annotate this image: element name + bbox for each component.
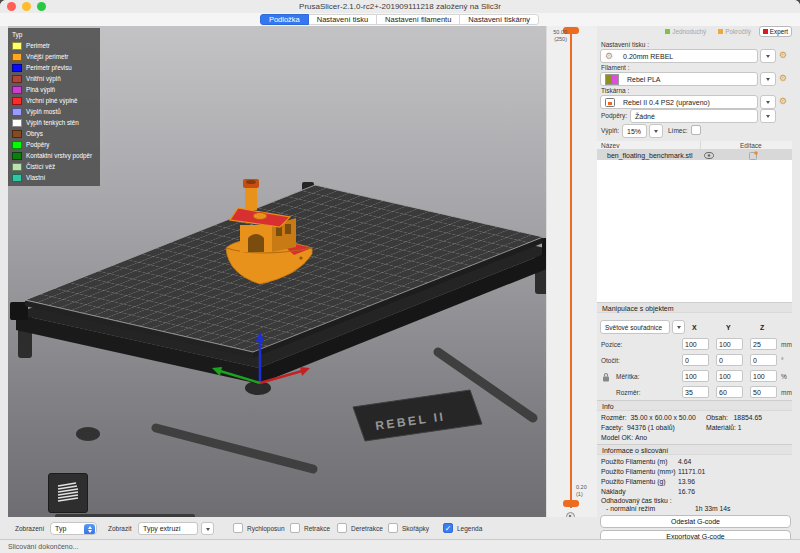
3d-viewport[interactable]: REBEL II [8, 26, 546, 517]
info-manifold: Model OK: Ano [601, 434, 647, 441]
tab-printer-settings[interactable]: Nastavení tiskárny [459, 14, 539, 25]
filament-gear-icon[interactable]: ⚙ [779, 74, 787, 83]
mode-selector: Jednoduchý Pokročilý Expert [636, 26, 792, 37]
sliced-info-section-header: Informace o slicování [597, 444, 792, 455]
preview-3d-toggle-button[interactable] [48, 473, 88, 513]
rotate-y-input[interactable] [716, 354, 743, 366]
brim-checkbox[interactable] [691, 125, 701, 135]
legend-item: Podpěry [8, 139, 100, 150]
legend-swatch [12, 174, 22, 182]
position-x-input[interactable] [682, 338, 709, 350]
tab-print-settings[interactable]: Nastavení tisku [308, 14, 377, 25]
scale-z-input[interactable] [750, 370, 777, 382]
bottom-toolbar: Zobrazení Typ Zobrazit Typy extruzí Rych… [0, 517, 596, 539]
mode-advanced-icon [718, 29, 723, 34]
tab-plater[interactable]: Podložka [260, 14, 309, 25]
size-z-input[interactable] [750, 386, 777, 398]
layer-slider-strip: 50.00 (250) 0.20 (1) [546, 26, 597, 517]
size-x-input[interactable] [682, 386, 709, 398]
coordinate-system-combo[interactable]: Světové souřadnice [600, 320, 670, 334]
x-axis-arrow [300, 367, 310, 376]
mode-simple-button[interactable]: Jednoduchý [661, 26, 710, 37]
retractions-checkbox-label: Retrakce [304, 525, 330, 532]
infill-combo[interactable]: 15% [622, 124, 647, 138]
printer-name-plate: REBEL II [353, 390, 482, 441]
position-y-input[interactable] [716, 338, 743, 350]
app-window: PrusaSlicer-2.1.0-rc2+-201909111218 zalo… [0, 0, 800, 553]
status-bar: Slicování dokončeno... [0, 539, 800, 553]
shells-checkbox[interactable] [388, 523, 398, 533]
print-settings-dropdown-button[interactable] [760, 49, 776, 63]
mode-expert-button[interactable]: Expert [759, 26, 792, 37]
legend-swatch [12, 130, 22, 138]
rotate-x-input[interactable] [682, 354, 709, 366]
shells-checkbox-label: Skořápky [402, 525, 429, 532]
info-volume: Obsah: 18854.65 [706, 414, 762, 421]
tab-filament-settings[interactable]: Nastavení filamentu [376, 14, 460, 25]
scale-label: Měřítka: [616, 373, 639, 380]
legend-item: Perimetr [8, 40, 100, 51]
legend-item: Plná výplň [8, 84, 100, 95]
axis-header-z: Z [760, 324, 764, 331]
scale-y-input[interactable] [716, 370, 743, 382]
supports-combo[interactable]: Žádné [630, 109, 758, 123]
eye-icon[interactable] [704, 152, 714, 159]
printer-label: Tiskárna : [601, 87, 629, 94]
uniform-scale-lock-icon[interactable] [602, 372, 610, 382]
edit-object-icon[interactable] [749, 151, 758, 160]
filament-combo[interactable]: Rebel PLA [600, 72, 758, 86]
info-size: Rozměr: 35.00 x 60.00 x 50.00 [601, 414, 696, 421]
sliced-time-value: 1h 33m 14s [695, 505, 731, 512]
print-settings-gear-icon[interactable]: ⚙ [779, 51, 787, 60]
position-z-input[interactable] [750, 338, 777, 350]
position-label: Pozice: [601, 341, 622, 348]
scale-x-input[interactable] [682, 370, 709, 382]
layer-slider-top-label: 50.00 (250) [553, 29, 567, 43]
legend-item: Výplň mostů [8, 106, 100, 117]
travel-checkbox[interactable] [233, 523, 243, 533]
printer-gear-icon[interactable]: ⚙ [779, 97, 787, 106]
view-combo-stepper[interactable] [84, 524, 95, 535]
infill-dropdown-button[interactable] [649, 124, 663, 138]
legend-swatch [12, 53, 22, 61]
infill-label: Výplň: [601, 127, 619, 134]
rotate-z-input[interactable] [750, 354, 777, 366]
legend-checkbox[interactable] [443, 523, 453, 533]
info-materials: Materiálů: 1 [706, 424, 742, 431]
object-name: ben_floating_benchmark.stl [607, 152, 693, 159]
object-list-row[interactable]: ben_floating_benchmark.stl [597, 150, 792, 160]
object-list-name-header: Název [601, 142, 619, 149]
sliced-filament-mm3: Použito Filamentu (mm³) [601, 468, 675, 475]
legend-swatch [12, 64, 22, 72]
deretractions-checkbox[interactable] [337, 523, 347, 533]
layer-slider-bottom-handle[interactable] [563, 500, 579, 507]
legend-swatch [12, 163, 22, 171]
manipulation-section-header: Manipulace s objektem [597, 302, 792, 313]
size-y-input[interactable] [716, 386, 743, 398]
view-combo[interactable]: Typ [50, 522, 97, 535]
sliced-time-label: Odhadovaný čas tisku : [601, 497, 672, 504]
legend-swatch [12, 141, 22, 149]
info-section-header: Info [597, 400, 792, 411]
show-combo[interactable]: Typy extruzí [138, 522, 198, 535]
travel-checkbox-label: Rychloposun [247, 525, 285, 532]
mode-advanced-button[interactable]: Pokročilý [714, 26, 755, 37]
print-settings-combo[interactable]: ⚙ 0.20mm REBEL [600, 49, 758, 63]
printer-combo[interactable]: Rebel II 0.4 PS2 (upraveno) [600, 95, 758, 109]
object-list[interactable]: ben_floating_benchmark.stl [597, 150, 792, 302]
legend-item: Výplň tenkých stěn [8, 117, 100, 128]
legend-swatch [12, 86, 22, 94]
printer-dropdown-button[interactable] [760, 95, 776, 109]
retractions-checkbox[interactable] [290, 523, 300, 533]
layer-slider-track[interactable] [570, 30, 572, 508]
legend-item: Perimetr převisu [8, 62, 100, 73]
send-gcode-button[interactable]: Odeslat G-code [600, 515, 791, 528]
print-profile-icon: ⚙ [605, 52, 613, 61]
legend-item: Vrchní plné výplně [8, 95, 100, 106]
show-label: Zobrazit [108, 525, 131, 532]
filament-dropdown-button[interactable] [760, 72, 776, 86]
sliced-cost: Náklady [601, 488, 626, 495]
supports-dropdown-button[interactable] [760, 109, 776, 123]
show-combo-dropdown-button[interactable] [201, 522, 214, 535]
coordinate-system-dropdown-button[interactable] [672, 320, 685, 334]
